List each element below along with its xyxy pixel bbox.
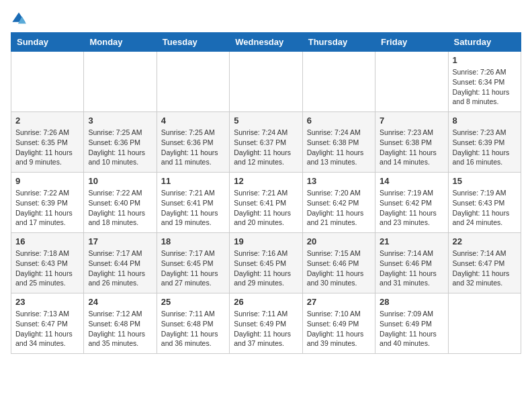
calendar-cell bbox=[84, 52, 157, 112]
cell-info: Sunrise: 7:23 AM Sunset: 6:38 PM Dayligh… bbox=[380, 128, 443, 167]
cell-info: Sunrise: 7:26 AM Sunset: 6:35 PM Dayligh… bbox=[15, 128, 79, 167]
day-number: 19 bbox=[234, 236, 298, 246]
cell-info: Sunrise: 7:23 AM Sunset: 6:39 PM Dayligh… bbox=[453, 128, 517, 167]
calendar-cell: 16Sunrise: 7:18 AM Sunset: 6:43 PM Dayli… bbox=[11, 233, 84, 293]
logo-icon bbox=[11, 11, 27, 27]
cell-info: Sunrise: 7:16 AM Sunset: 6:45 PM Dayligh… bbox=[234, 248, 298, 288]
calendar-cell: 2Sunrise: 7:26 AM Sunset: 6:35 PM Daylig… bbox=[11, 112, 84, 173]
calendar-cell: 13Sunrise: 7:20 AM Sunset: 6:42 PM Dayli… bbox=[302, 173, 375, 233]
calendar-week-row: 16Sunrise: 7:18 AM Sunset: 6:43 PM Dayli… bbox=[11, 233, 521, 293]
cell-info: Sunrise: 7:22 AM Sunset: 6:40 PM Dayligh… bbox=[88, 188, 152, 228]
cell-info: Sunrise: 7:17 AM Sunset: 6:44 PM Dayligh… bbox=[88, 248, 152, 288]
cell-info: Sunrise: 7:17 AM Sunset: 6:45 PM Dayligh… bbox=[161, 248, 225, 288]
weekday-header-wednesday: Wednesday bbox=[230, 33, 302, 52]
weekday-header-tuesday: Tuesday bbox=[157, 33, 229, 52]
calendar-cell: 4Sunrise: 7:25 AM Sunset: 6:36 PM Daylig… bbox=[157, 112, 229, 173]
day-number: 13 bbox=[307, 176, 371, 186]
weekday-header-sunday: Sunday bbox=[11, 33, 84, 52]
cell-info: Sunrise: 7:21 AM Sunset: 6:41 PM Dayligh… bbox=[234, 188, 298, 228]
day-number: 27 bbox=[307, 297, 371, 307]
day-number: 12 bbox=[234, 176, 298, 186]
cell-info: Sunrise: 7:13 AM Sunset: 6:47 PM Dayligh… bbox=[15, 309, 79, 349]
day-number: 4 bbox=[161, 116, 225, 126]
weekday-header-saturday: Saturday bbox=[448, 33, 521, 52]
cell-info: Sunrise: 7:25 AM Sunset: 6:36 PM Dayligh… bbox=[88, 128, 152, 167]
cell-info: Sunrise: 7:10 AM Sunset: 6:49 PM Dayligh… bbox=[307, 309, 371, 349]
cell-info: Sunrise: 7:18 AM Sunset: 6:43 PM Dayligh… bbox=[15, 248, 79, 288]
calendar-cell bbox=[157, 52, 229, 112]
cell-info: Sunrise: 7:15 AM Sunset: 6:46 PM Dayligh… bbox=[307, 248, 371, 288]
calendar-cell: 18Sunrise: 7:17 AM Sunset: 6:45 PM Dayli… bbox=[157, 233, 229, 293]
cell-info: Sunrise: 7:11 AM Sunset: 6:48 PM Dayligh… bbox=[161, 309, 225, 349]
day-number: 28 bbox=[380, 297, 443, 307]
day-number: 15 bbox=[453, 176, 517, 186]
calendar-cell bbox=[302, 52, 375, 112]
calendar-cell bbox=[448, 293, 521, 354]
calendar-cell bbox=[375, 52, 448, 112]
calendar-cell: 19Sunrise: 7:16 AM Sunset: 6:45 PM Dayli… bbox=[230, 233, 302, 293]
day-number: 26 bbox=[234, 297, 298, 307]
calendar-week-row: 2Sunrise: 7:26 AM Sunset: 6:35 PM Daylig… bbox=[11, 112, 521, 173]
day-number: 11 bbox=[161, 176, 225, 186]
calendar-cell: 3Sunrise: 7:25 AM Sunset: 6:36 PM Daylig… bbox=[84, 112, 157, 173]
weekday-header-monday: Monday bbox=[84, 33, 157, 52]
day-number: 20 bbox=[307, 236, 371, 246]
day-number: 2 bbox=[15, 116, 79, 126]
page-header bbox=[11, 11, 521, 27]
cell-info: Sunrise: 7:11 AM Sunset: 6:49 PM Dayligh… bbox=[234, 309, 298, 349]
calendar-cell: 21Sunrise: 7:14 AM Sunset: 6:46 PM Dayli… bbox=[375, 233, 448, 293]
day-number: 7 bbox=[380, 116, 443, 126]
calendar-cell bbox=[230, 52, 302, 112]
calendar-cell: 24Sunrise: 7:12 AM Sunset: 6:48 PM Dayli… bbox=[84, 293, 157, 354]
calendar-cell: 5Sunrise: 7:24 AM Sunset: 6:37 PM Daylig… bbox=[230, 112, 302, 173]
calendar-cell: 25Sunrise: 7:11 AM Sunset: 6:48 PM Dayli… bbox=[157, 293, 229, 354]
calendar-cell: 20Sunrise: 7:15 AM Sunset: 6:46 PM Dayli… bbox=[302, 233, 375, 293]
calendar-cell: 14Sunrise: 7:19 AM Sunset: 6:42 PM Dayli… bbox=[375, 173, 448, 233]
day-number: 9 bbox=[15, 176, 79, 186]
cell-info: Sunrise: 7:19 AM Sunset: 6:43 PM Dayligh… bbox=[453, 188, 517, 228]
calendar-cell: 8Sunrise: 7:23 AM Sunset: 6:39 PM Daylig… bbox=[448, 112, 521, 173]
day-number: 10 bbox=[88, 176, 152, 186]
day-number: 1 bbox=[453, 55, 517, 65]
calendar-cell: 11Sunrise: 7:21 AM Sunset: 6:41 PM Dayli… bbox=[157, 173, 229, 233]
cell-info: Sunrise: 7:09 AM Sunset: 6:49 PM Dayligh… bbox=[380, 309, 443, 349]
calendar-cell: 15Sunrise: 7:19 AM Sunset: 6:43 PM Dayli… bbox=[448, 173, 521, 233]
calendar-cell: 26Sunrise: 7:11 AM Sunset: 6:49 PM Dayli… bbox=[230, 293, 302, 354]
day-number: 8 bbox=[453, 116, 517, 126]
cell-info: Sunrise: 7:26 AM Sunset: 6:34 PM Dayligh… bbox=[453, 67, 517, 107]
calendar-cell: 28Sunrise: 7:09 AM Sunset: 6:49 PM Dayli… bbox=[375, 293, 448, 354]
day-number: 21 bbox=[380, 236, 443, 246]
weekday-header-row: SundayMondayTuesdayWednesdayThursdayFrid… bbox=[11, 33, 521, 52]
cell-info: Sunrise: 7:20 AM Sunset: 6:42 PM Dayligh… bbox=[307, 188, 371, 228]
day-number: 14 bbox=[380, 176, 443, 186]
cell-info: Sunrise: 7:21 AM Sunset: 6:41 PM Dayligh… bbox=[161, 188, 225, 228]
cell-info: Sunrise: 7:14 AM Sunset: 6:46 PM Dayligh… bbox=[380, 248, 443, 288]
day-number: 18 bbox=[161, 236, 225, 246]
cell-info: Sunrise: 7:14 AM Sunset: 6:47 PM Dayligh… bbox=[453, 248, 517, 288]
calendar-cell: 22Sunrise: 7:14 AM Sunset: 6:47 PM Dayli… bbox=[448, 233, 521, 293]
calendar-cell: 17Sunrise: 7:17 AM Sunset: 6:44 PM Dayli… bbox=[84, 233, 157, 293]
calendar-week-row: 9Sunrise: 7:22 AM Sunset: 6:39 PM Daylig… bbox=[11, 173, 521, 233]
calendar-cell: 10Sunrise: 7:22 AM Sunset: 6:40 PM Dayli… bbox=[84, 173, 157, 233]
cell-info: Sunrise: 7:24 AM Sunset: 6:37 PM Dayligh… bbox=[234, 128, 298, 167]
day-number: 23 bbox=[15, 297, 79, 307]
calendar-cell: 1Sunrise: 7:26 AM Sunset: 6:34 PM Daylig… bbox=[448, 52, 521, 112]
cell-info: Sunrise: 7:19 AM Sunset: 6:42 PM Dayligh… bbox=[380, 188, 443, 228]
weekday-header-friday: Friday bbox=[375, 33, 448, 52]
cell-info: Sunrise: 7:12 AM Sunset: 6:48 PM Dayligh… bbox=[88, 309, 152, 349]
calendar-cell: 27Sunrise: 7:10 AM Sunset: 6:49 PM Dayli… bbox=[302, 293, 375, 354]
day-number: 25 bbox=[161, 297, 225, 307]
day-number: 5 bbox=[234, 116, 298, 126]
calendar-cell: 6Sunrise: 7:24 AM Sunset: 6:38 PM Daylig… bbox=[302, 112, 375, 173]
day-number: 3 bbox=[88, 116, 152, 126]
day-number: 17 bbox=[88, 236, 152, 246]
calendar-week-row: 1Sunrise: 7:26 AM Sunset: 6:34 PM Daylig… bbox=[11, 52, 521, 112]
day-number: 22 bbox=[453, 236, 517, 246]
day-number: 16 bbox=[15, 236, 79, 246]
logo bbox=[11, 11, 30, 27]
calendar-week-row: 23Sunrise: 7:13 AM Sunset: 6:47 PM Dayli… bbox=[11, 293, 521, 354]
calendar-cell: 12Sunrise: 7:21 AM Sunset: 6:41 PM Dayli… bbox=[230, 173, 302, 233]
calendar-cell: 9Sunrise: 7:22 AM Sunset: 6:39 PM Daylig… bbox=[11, 173, 84, 233]
cell-info: Sunrise: 7:22 AM Sunset: 6:39 PM Dayligh… bbox=[15, 188, 79, 228]
calendar-cell bbox=[11, 52, 84, 112]
